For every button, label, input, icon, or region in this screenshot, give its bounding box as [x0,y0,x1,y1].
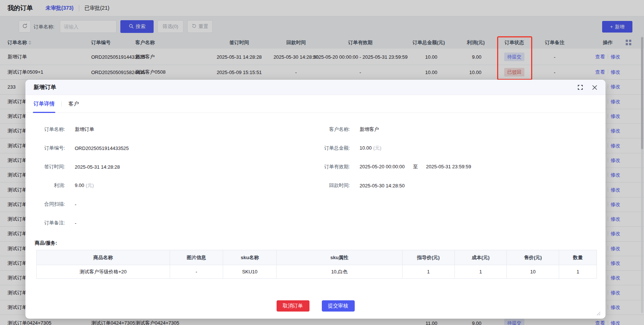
field-payback-time: 回款时间: 2025-05-30 14:28:50 [313,176,597,195]
field-contract-scan: 合同扫描: - [33,195,295,214]
goods-cell-sale-price: 10 [507,265,559,279]
modal-header: 新增订单 [25,80,606,95]
goods-cell-guide-price: 1 [403,265,455,279]
field-validity: 订单有效期: 2025-05-20 00:00:00至2025-05-31 23… [313,157,597,176]
goods-cell-name: 测试客户等级价格+20 [37,265,170,279]
new-order-modal: 新增订单 订单详情 客户 订单名称: 新增订单 [25,80,606,319]
submit-review-button[interactable]: 提交审核 [322,300,355,312]
goods-table-row: 测试客户等级价格+20 - SKU10 10,白色 1 1 10 1 [37,265,597,279]
goods-header-image: 图片信息 [170,250,224,265]
field-sign-time: 签订时间: 2025-05-31 14:28:28 [33,157,295,176]
goods-table-header: 商品名称 图片信息 sku名称 sku属性 指导价(元) 成本(元) 售价(元)… [37,250,597,265]
field-total-amount: 订单总金额: 10.00(元) [313,139,597,157]
tab-order-detail[interactable]: 订单详情 [33,95,55,113]
goods-table: 商品名称 图片信息 sku名称 sku属性 指导价(元) 成本(元) 售价(元)… [36,250,597,279]
goods-cell-image: - [170,265,224,279]
cancel-order-button[interactable]: 取消订单 [277,300,309,312]
field-order-no: 订单编号: ORD2025051914433525 [33,139,295,157]
field-order-name: 订单名称: 新增订单 [33,120,295,139]
goods-header-guide-price: 指导价(元) [403,250,455,265]
goods-section-label: 商品/服务: [35,240,57,246]
goods-header-name: 商品名称 [37,250,170,265]
goods-header-cost: 成本(元) [455,250,507,265]
fullscreen-icon[interactable] [577,85,583,90]
modal-footer: 取消订单 提交审核 [25,300,606,312]
goods-cell-cost: 1 [455,265,507,279]
modal-tabs: 订单详情 客户 [25,95,606,113]
goods-header-sale-price: 售价(元) [507,250,559,265]
goods-header-qty: 数量 [559,250,597,265]
goods-header-sku-attr: sku属性 [277,250,403,265]
status-column-highlight [497,36,532,80]
field-order-remark: 订单备注: - [33,214,295,232]
modal-title: 新增订单 [34,84,56,91]
close-icon[interactable] [592,85,597,90]
field-profit: 利润: 9.00(元) [33,176,295,195]
tab-customer[interactable]: 客户 [68,95,80,113]
modal-tab-divider [61,101,62,107]
goods-header-sku-name: sku名称 [223,250,277,265]
resize-handle[interactable] [595,310,601,316]
goods-cell-sku-name: SKU10 [223,265,277,279]
goods-cell-sku-attr: 10,白色 [277,265,403,279]
goods-cell-qty: 1 [559,265,597,279]
field-customer-name: 客户名称: 新增客户 [313,120,597,139]
